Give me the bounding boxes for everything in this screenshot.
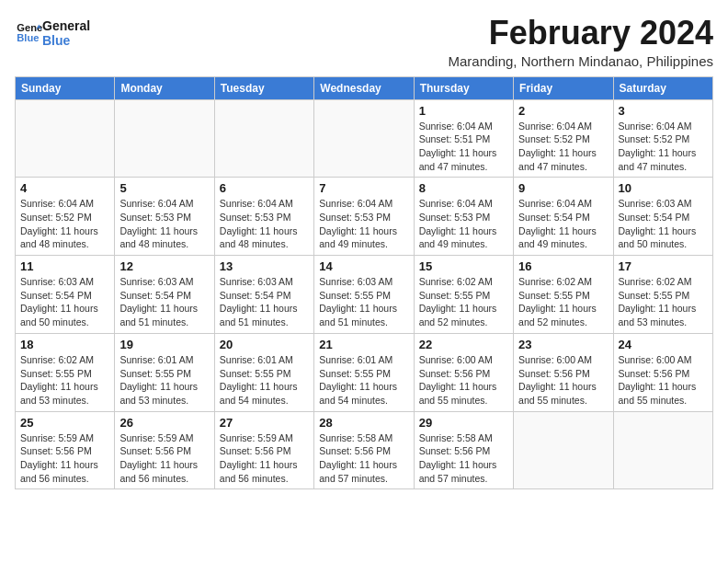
day-number: 28 <box>319 416 408 430</box>
calendar-cell <box>115 99 214 178</box>
calendar-cell: 25Sunrise: 5:59 AMSunset: 5:56 PMDayligh… <box>16 411 115 489</box>
day-number: 13 <box>220 259 309 273</box>
calendar-cell: 28Sunrise: 5:58 AMSunset: 5:56 PMDayligh… <box>314 411 414 489</box>
logo-line1: General <box>42 18 90 33</box>
calendar-cell: 14Sunrise: 6:03 AMSunset: 5:55 PMDayligh… <box>314 256 414 334</box>
day-number: 21 <box>319 338 408 351</box>
weekday-header-friday: Friday <box>514 76 613 99</box>
day-info: Sunrise: 6:00 AMSunset: 5:56 PMDaylight:… <box>619 353 708 408</box>
title-block: February 2024 Maranding, Northern Mindan… <box>448 15 713 69</box>
day-number: 5 <box>119 181 209 195</box>
weekday-header-tuesday: Tuesday <box>214 76 313 99</box>
day-number: 9 <box>518 181 608 195</box>
calendar-cell <box>613 411 712 489</box>
day-info: Sunrise: 6:02 AMSunset: 5:55 PMDaylight:… <box>619 275 708 329</box>
day-info: Sunrise: 6:04 AMSunset: 5:52 PMDaylight:… <box>619 120 708 174</box>
day-info: Sunrise: 6:03 AMSunset: 5:54 PMDaylight:… <box>20 275 109 329</box>
calendar-cell: 4Sunrise: 6:04 AMSunset: 5:52 PMDaylight… <box>16 178 115 256</box>
day-number: 27 <box>220 416 309 430</box>
day-number: 1 <box>419 104 508 118</box>
day-number: 20 <box>220 338 309 351</box>
calendar-cell: 3Sunrise: 6:04 AMSunset: 5:52 PMDaylight… <box>613 99 712 178</box>
calendar-cell <box>16 99 115 178</box>
calendar-cell: 10Sunrise: 6:03 AMSunset: 5:54 PMDayligh… <box>613 178 712 256</box>
day-info: Sunrise: 6:04 AMSunset: 5:52 PMDaylight:… <box>518 120 608 174</box>
svg-text:Blue: Blue <box>17 32 39 43</box>
weekday-header-row: SundayMondayTuesdayWednesdayThursdayFrid… <box>16 76 713 99</box>
weekday-header-sunday: Sunday <box>16 76 115 99</box>
calendar-cell: 5Sunrise: 6:04 AMSunset: 5:53 PMDaylight… <box>115 178 214 256</box>
calendar-cell: 27Sunrise: 5:59 AMSunset: 5:56 PMDayligh… <box>214 411 313 489</box>
calendar-cell: 12Sunrise: 6:03 AMSunset: 5:54 PMDayligh… <box>115 256 214 334</box>
day-number: 17 <box>619 259 708 273</box>
day-info: Sunrise: 6:02 AMSunset: 5:55 PMDaylight:… <box>518 275 608 329</box>
day-info: Sunrise: 6:00 AMSunset: 5:56 PMDaylight:… <box>419 353 508 408</box>
calendar-cell: 6Sunrise: 6:04 AMSunset: 5:53 PMDaylight… <box>214 178 313 256</box>
day-info: Sunrise: 6:04 AMSunset: 5:52 PMDaylight:… <box>20 197 109 251</box>
weekday-header-saturday: Saturday <box>613 76 712 99</box>
day-number: 2 <box>518 104 608 118</box>
day-info: Sunrise: 6:03 AMSunset: 5:55 PMDaylight:… <box>319 275 408 329</box>
calendar-cell <box>214 99 313 178</box>
day-info: Sunrise: 6:04 AMSunset: 5:54 PMDaylight:… <box>518 197 608 251</box>
logo: General Blue General Blue <box>15 18 90 48</box>
week-row-5: 25Sunrise: 5:59 AMSunset: 5:56 PMDayligh… <box>16 411 713 489</box>
day-info: Sunrise: 6:04 AMSunset: 5:51 PMDaylight:… <box>419 120 508 174</box>
calendar-cell <box>314 99 414 178</box>
calendar-cell <box>514 411 613 489</box>
day-info: Sunrise: 6:04 AMSunset: 5:53 PMDaylight:… <box>319 197 408 251</box>
calendar-cell: 11Sunrise: 6:03 AMSunset: 5:54 PMDayligh… <box>16 256 115 334</box>
month-year: February 2024 <box>448 15 713 52</box>
location: Maranding, Northern Mindanao, Philippine… <box>448 53 713 69</box>
day-number: 7 <box>319 181 408 195</box>
day-info: Sunrise: 6:00 AMSunset: 5:56 PMDaylight:… <box>518 353 608 408</box>
day-number: 6 <box>220 181 309 195</box>
weekday-header-thursday: Thursday <box>414 76 513 99</box>
day-info: Sunrise: 6:03 AMSunset: 5:54 PMDaylight:… <box>119 275 209 329</box>
day-number: 22 <box>419 338 508 351</box>
week-row-2: 4Sunrise: 6:04 AMSunset: 5:52 PMDaylight… <box>16 178 713 256</box>
day-info: Sunrise: 5:59 AMSunset: 5:56 PMDaylight:… <box>119 431 209 486</box>
day-number: 18 <box>20 338 109 351</box>
day-info: Sunrise: 6:01 AMSunset: 5:55 PMDaylight:… <box>119 353 209 408</box>
weekday-header-monday: Monday <box>115 76 214 99</box>
day-info: Sunrise: 5:59 AMSunset: 5:56 PMDaylight:… <box>20 431 109 486</box>
calendar-cell: 29Sunrise: 5:58 AMSunset: 5:56 PMDayligh… <box>414 411 513 489</box>
logo-icon: General Blue <box>17 21 42 43</box>
day-number: 19 <box>119 338 209 351</box>
day-number: 3 <box>619 104 708 118</box>
calendar-cell: 1Sunrise: 6:04 AMSunset: 5:51 PMDaylight… <box>414 99 513 178</box>
calendar-cell: 16Sunrise: 6:02 AMSunset: 5:55 PMDayligh… <box>514 256 613 334</box>
calendar-cell: 23Sunrise: 6:00 AMSunset: 5:56 PMDayligh… <box>514 333 613 411</box>
calendar-cell: 18Sunrise: 6:02 AMSunset: 5:55 PMDayligh… <box>16 333 115 411</box>
day-number: 16 <box>518 259 608 273</box>
day-info: Sunrise: 5:58 AMSunset: 5:56 PMDaylight:… <box>319 431 408 486</box>
day-info: Sunrise: 5:59 AMSunset: 5:56 PMDaylight:… <box>220 431 309 486</box>
day-number: 14 <box>319 259 408 273</box>
day-number: 26 <box>119 416 209 430</box>
week-row-3: 11Sunrise: 6:03 AMSunset: 5:54 PMDayligh… <box>16 256 713 334</box>
day-number: 8 <box>419 181 508 195</box>
day-number: 25 <box>20 416 109 430</box>
calendar-cell: 24Sunrise: 6:00 AMSunset: 5:56 PMDayligh… <box>613 333 712 411</box>
calendar: SundayMondayTuesdayWednesdayThursdayFrid… <box>15 76 713 490</box>
day-info: Sunrise: 6:04 AMSunset: 5:53 PMDaylight:… <box>220 197 309 251</box>
calendar-cell: 22Sunrise: 6:00 AMSunset: 5:56 PMDayligh… <box>414 333 513 411</box>
day-number: 24 <box>619 338 708 351</box>
day-number: 12 <box>119 259 209 273</box>
day-number: 29 <box>419 416 508 430</box>
day-info: Sunrise: 6:01 AMSunset: 5:55 PMDaylight:… <box>220 353 309 408</box>
day-info: Sunrise: 6:03 AMSunset: 5:54 PMDaylight:… <box>220 275 309 329</box>
calendar-cell: 19Sunrise: 6:01 AMSunset: 5:55 PMDayligh… <box>115 333 214 411</box>
day-number: 4 <box>20 181 109 195</box>
calendar-cell: 26Sunrise: 5:59 AMSunset: 5:56 PMDayligh… <box>115 411 214 489</box>
calendar-cell: 9Sunrise: 6:04 AMSunset: 5:54 PMDaylight… <box>514 178 613 256</box>
week-row-1: 1Sunrise: 6:04 AMSunset: 5:51 PMDaylight… <box>16 99 713 178</box>
calendar-cell: 2Sunrise: 6:04 AMSunset: 5:52 PMDaylight… <box>514 99 613 178</box>
header: General Blue General Blue February 2024 … <box>15 15 713 69</box>
week-row-4: 18Sunrise: 6:02 AMSunset: 5:55 PMDayligh… <box>16 333 713 411</box>
day-info: Sunrise: 6:01 AMSunset: 5:55 PMDaylight:… <box>319 353 408 408</box>
day-number: 23 <box>518 338 608 351</box>
calendar-cell: 13Sunrise: 6:03 AMSunset: 5:54 PMDayligh… <box>214 256 313 334</box>
day-info: Sunrise: 6:02 AMSunset: 5:55 PMDaylight:… <box>419 275 508 329</box>
